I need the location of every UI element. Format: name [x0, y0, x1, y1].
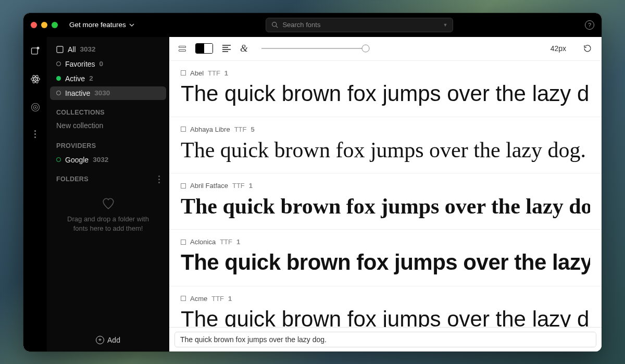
add-label: Add: [107, 336, 120, 344]
folders-header: FOLDERS: [47, 167, 169, 186]
heart-icon: [102, 197, 115, 210]
checkbox-icon[interactable]: [181, 296, 186, 301]
sidebar-item-all[interactable]: All 3032: [50, 43, 166, 56]
add-button[interactable]: + Add: [47, 329, 169, 352]
active-bullet-icon: [56, 76, 61, 81]
more-rail-icon[interactable]: [34, 130, 36, 138]
font-meta: AbelTTF1: [181, 69, 590, 77]
font-format: TTF: [220, 238, 232, 246]
search-icon: [271, 21, 278, 28]
features-label: Get more features: [69, 21, 126, 29]
preview-text-bar: [169, 327, 602, 352]
font-row[interactable]: Abhaya LibreTTF5The quick brown fox jump…: [169, 117, 602, 173]
checkbox-icon[interactable]: [181, 183, 186, 189]
svg-point-7: [34, 78, 36, 80]
font-preview-text: The quick brown fox jumps over the lazy …: [181, 81, 590, 106]
atom-icon[interactable]: [30, 74, 41, 84]
plus-circle-icon: +: [96, 336, 104, 344]
slider-thumb[interactable]: [361, 45, 369, 53]
font-name: Abel: [190, 69, 204, 77]
app-window: Get more features Search fonts ▼ ? All 3…: [23, 13, 602, 352]
font-meta: AclonicaTTF1: [181, 238, 590, 246]
svg-point-3: [36, 46, 39, 49]
font-preview-text: The quick brown fox jumps over the lazy …: [181, 194, 590, 219]
active-count: 2: [89, 74, 93, 82]
active-label: Active: [65, 74, 85, 83]
svg-point-10: [34, 106, 36, 108]
checkbox-icon[interactable]: [181, 127, 186, 132]
google-count: 3032: [93, 156, 108, 164]
layout-toggle-button[interactable]: [179, 46, 186, 52]
help-button[interactable]: ?: [585, 20, 594, 30]
window-controls: [31, 22, 58, 28]
inactive-label: Inactive: [65, 89, 90, 97]
all-label: All: [68, 45, 76, 54]
favorites-bullet-icon: [56, 61, 61, 66]
new-collection-button[interactable]: New collection: [47, 119, 169, 134]
svg-rect-2: [31, 48, 38, 54]
maximize-window-button[interactable]: [52, 22, 58, 28]
app-body: All 3032 Favorites 0 Active 2 Inactive 3…: [23, 37, 602, 352]
inactive-bullet-icon: [56, 91, 61, 95]
favorites-label: Favorites: [65, 60, 95, 68]
collections-header: COLLECTIONS: [47, 101, 169, 119]
font-meta: AcmeTTF1: [181, 295, 590, 303]
inactive-count: 3030: [94, 89, 110, 97]
close-window-button[interactable]: [31, 22, 37, 28]
checkbox-icon[interactable]: [181, 240, 186, 245]
chevron-down-icon: [129, 22, 134, 28]
font-format: TTF: [234, 125, 247, 133]
align-button[interactable]: [222, 45, 231, 52]
main-panel: & 42px AbelTTF1The quick brown fox jumps…: [169, 37, 602, 352]
checkbox-icon[interactable]: [181, 70, 186, 76]
font-style-count: 1: [249, 182, 253, 190]
svg-rect-11: [57, 46, 63, 53]
folders-more-icon[interactable]: [158, 175, 160, 183]
all-count: 3032: [80, 45, 96, 53]
providers-header: PROVIDERS: [47, 134, 169, 153]
font-name: Acme: [190, 295, 207, 303]
radar-icon[interactable]: [30, 102, 41, 112]
minimize-window-button[interactable]: [41, 22, 47, 28]
get-more-features-menu[interactable]: Get more features: [69, 21, 134, 29]
sidebar-item-inactive[interactable]: Inactive 3030: [50, 86, 166, 100]
reset-button[interactable]: [583, 44, 592, 53]
all-icon: [56, 46, 64, 53]
font-list[interactable]: AbelTTF1The quick brown fox jumps over t…: [169, 61, 602, 327]
svg-line-1: [276, 26, 278, 28]
search-input[interactable]: Search fonts ▼: [266, 18, 453, 32]
sidebar: All 3032 Favorites 0 Active 2 Inactive 3…: [47, 37, 169, 352]
glyphs-button[interactable]: &: [240, 43, 248, 54]
font-meta: Abril FatfaceTTF1: [181, 182, 590, 190]
favorites-count: 0: [99, 60, 104, 68]
font-style-count: 1: [224, 69, 228, 77]
theme-toggle-button[interactable]: [195, 43, 213, 54]
font-style-count: 1: [228, 295, 232, 303]
font-row[interactable]: Abril FatfaceTTF1The quick brown fox jum…: [169, 173, 602, 230]
size-slider[interactable]: [261, 48, 366, 49]
font-row[interactable]: AcmeTTF1The quick brown fox jumps over t…: [169, 286, 602, 327]
font-name: Abhaya Libre: [190, 125, 230, 133]
sidebar-item-google[interactable]: Google 3032: [50, 153, 166, 167]
font-preview-text: The quick brown fox jumps over the lazy …: [181, 307, 590, 327]
sidebar-item-favorites[interactable]: Favorites 0: [50, 57, 166, 71]
font-preview-text: The quick brown fox jumps over the lazy …: [181, 250, 590, 275]
font-format: TTF: [208, 69, 220, 77]
library-icon[interactable]: [30, 46, 41, 56]
search-placeholder: Search fonts: [282, 21, 320, 29]
preview-toolbar: & 42px: [169, 37, 602, 61]
font-preview-text: The quick brown fox jumps over the lazy …: [181, 137, 590, 162]
sidebar-item-active[interactable]: Active 2: [50, 72, 166, 85]
preview-text-input[interactable]: [174, 332, 596, 347]
font-row[interactable]: AbelTTF1The quick brown fox jumps over t…: [169, 61, 602, 117]
google-bullet-icon: [56, 157, 61, 162]
search-container: Search fonts ▼: [139, 18, 581, 32]
icon-rail: [23, 37, 47, 352]
font-row[interactable]: AclonicaTTF1The quick brown fox jumps ov…: [169, 230, 602, 286]
titlebar: Get more features Search fonts ▼ ?: [23, 13, 602, 37]
search-dropdown-icon[interactable]: ▼: [443, 22, 447, 28]
font-name: Abril Fatface: [190, 182, 228, 190]
svg-point-0: [272, 22, 277, 27]
font-meta: Abhaya LibreTTF5: [181, 125, 590, 133]
google-label: Google: [65, 156, 89, 164]
